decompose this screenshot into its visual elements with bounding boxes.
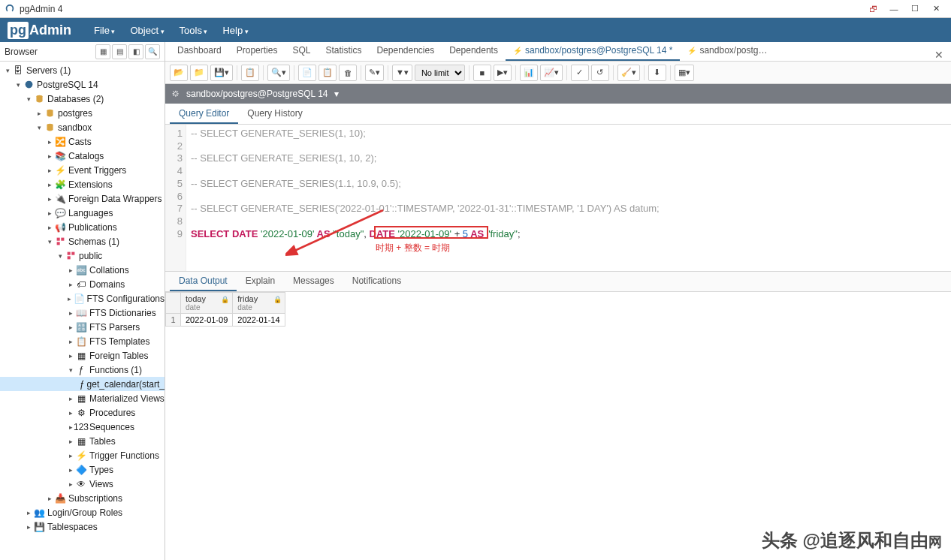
server-group-icon: 🗄 — [12, 65, 24, 76]
browser-title: Browser — [5, 47, 38, 57]
toolbar-clear[interactable]: 🧹▾ — [617, 65, 640, 81]
restore-icon[interactable]: 🗗 — [862, 2, 883, 17]
tree-fdw[interactable]: ▸🔌Foreign Data Wrappers — [0, 191, 165, 206]
browser-btn-2[interactable]: ▤ — [112, 44, 127, 59]
minimize-icon[interactable]: — — [883, 2, 904, 17]
tab-properties[interactable]: Properties — [229, 41, 285, 61]
tree-databases[interactable]: ▾Databases (2) — [0, 92, 165, 106]
toolbar-edit[interactable]: ✎▾ — [365, 65, 384, 81]
tree-tablespaces[interactable]: ▸💾Tablespaces — [0, 519, 165, 534]
tab-query-history[interactable]: Query History — [238, 104, 311, 124]
toolbar-save[interactable]: 💾▾ — [210, 65, 233, 81]
toolbar-filter[interactable]: ▼▾ — [392, 65, 412, 81]
tab-sql[interactable]: SQL — [285, 41, 318, 61]
tree-procedures[interactable]: ▸⚙Procedures — [0, 405, 165, 420]
chevron-down-icon[interactable]: ▾ — [334, 89, 339, 99]
toolbar-folder[interactable]: 📁 — [190, 65, 208, 81]
tree-publications[interactable]: ▸📢Publications — [0, 220, 165, 234]
tab-notifications[interactable]: Notifications — [343, 272, 410, 291]
tree-func-get-calendar[interactable]: ƒget_calendar(start_ — [0, 377, 165, 391]
tree-languages[interactable]: ▸💬Languages — [0, 206, 165, 220]
extension-icon: 🧩 — [54, 179, 66, 190]
tree-catalogs[interactable]: ▸📚Catalogs — [0, 149, 165, 163]
toolbar-download[interactable]: ⬇ — [648, 65, 666, 81]
query-toolbar: 📂 📁 💾▾ 📋 🔍▾ 📄 📋 🗑 ✎▾ ▼▾ No limit ■ ▶▾ 📊 … — [165, 62, 951, 84]
output-tabs: Data Output Explain Messages Notificatio… — [165, 271, 951, 292]
toolbar-explain[interactable]: 📊 — [520, 65, 538, 81]
col-friday[interactable]: fridaydate🔒 — [233, 293, 285, 314]
tree-sequences[interactable]: ▸123Sequences — [0, 420, 165, 434]
tab-messages[interactable]: Messages — [284, 272, 343, 291]
toolbar-explain-analyze[interactable]: 📈▾ — [540, 65, 563, 81]
tree-pg14[interactable]: ▾PostgreSQL 14 — [0, 77, 165, 92]
browser-btn-3[interactable]: ◧ — [128, 44, 143, 59]
toolbar-rollback[interactable]: ↺ — [591, 65, 609, 81]
tab-query-editor[interactable]: Query Editor — [170, 104, 238, 124]
grid-corner — [166, 293, 181, 314]
conn-status-icon: ⛭ — [171, 89, 180, 99]
tree-login-roles[interactable]: ▸👥Login/Group Roles — [0, 505, 165, 519]
toolbar-limit-select[interactable]: No limit — [415, 65, 465, 81]
toolbar-execute[interactable]: ▶▾ — [494, 65, 512, 81]
tab-querytool-active[interactable]: ⚡sandbox/postgres@PostgreSQL 14 * — [506, 41, 681, 61]
tree-collations[interactable]: ▸🔤Collations — [0, 263, 165, 277]
toolbar-commit[interactable]: ✓ — [571, 65, 589, 81]
browser-btn-1[interactable]: ▦ — [95, 44, 110, 59]
menu-file[interactable]: File — [86, 20, 122, 41]
tree-functions[interactable]: ▾ƒFunctions (1) — [0, 363, 165, 377]
tab-dashboard[interactable]: Dashboard — [170, 41, 229, 61]
tree-servers[interactable]: ▾🗄Servers (1) — [0, 63, 165, 77]
toolbar-copy[interactable]: 📄 — [298, 65, 316, 81]
table-row[interactable]: 1 2022-01-09 2022-01-14 — [166, 314, 285, 327]
tree-extensions[interactable]: ▸🧩Extensions — [0, 177, 165, 191]
tab-explain[interactable]: Explain — [237, 272, 284, 291]
tree-event-triggers[interactable]: ▸⚡Event Triggers — [0, 163, 165, 177]
toolbar-stop[interactable]: ■ — [473, 65, 491, 81]
tab-dependencies[interactable]: Dependencies — [369, 41, 442, 61]
code-area[interactable]: -- SELECT GENERATE_SERIES(1, 10); -- SEL… — [186, 125, 951, 271]
view-icon: 👁 — [75, 479, 87, 489]
tree-fts-conf[interactable]: ▸📄FTS Configurations — [0, 291, 165, 306]
browser-tree[interactable]: ▾🗄Servers (1) ▾PostgreSQL 14 ▾Databases … — [0, 62, 165, 560]
tree-foreign-tables[interactable]: ▸▦Foreign Tables — [0, 348, 165, 363]
tree-public[interactable]: ▾public — [0, 248, 165, 263]
connection-bar: ⛭ sandbox/postgres@PostgreSQL 14 ▾ — [165, 84, 951, 104]
sql-editor[interactable]: 123456789 -- SELECT GENERATE_SERIES(1, 1… — [165, 125, 951, 271]
tree-views[interactable]: ▸👁Views — [0, 477, 165, 491]
toolbar-open-file[interactable]: 📂 — [170, 65, 188, 81]
browser-search-icon[interactable]: 🔍 — [145, 44, 160, 59]
menu-tools[interactable]: Tools — [172, 20, 216, 41]
toolbar-find[interactable]: 🔍▾ — [267, 65, 290, 81]
toolbar-copy-sql[interactable]: 📋 — [241, 65, 259, 81]
tree-domains[interactable]: ▸🏷Domains — [0, 277, 165, 291]
cell-today[interactable]: 2022-01-09 — [181, 314, 233, 327]
tree-fts-templates[interactable]: ▸📋FTS Templates — [0, 334, 165, 348]
tree-fts-dict[interactable]: ▸📖FTS Dictionaries — [0, 306, 165, 320]
tab-statistics[interactable]: Statistics — [318, 41, 369, 61]
svg-point-0 — [25, 81, 32, 89]
tree-db-postgres[interactable]: ▸postgres — [0, 106, 165, 120]
tab-close-icon[interactable]: ✕ — [927, 49, 951, 61]
connection-label[interactable]: sandbox/postgres@PostgreSQL 14 — [186, 89, 328, 99]
tree-fts-parsers[interactable]: ▸🔠FTS Parsers — [0, 320, 165, 334]
tree-schemas[interactable]: ▾Schemas (1) — [0, 234, 165, 248]
menu-help[interactable]: Help — [215, 20, 255, 41]
tab-dependents[interactable]: Dependents — [442, 41, 506, 61]
tree-trigger-functions[interactable]: ▸⚡Trigger Functions — [0, 448, 165, 462]
cell-friday[interactable]: 2022-01-14 — [233, 314, 285, 327]
toolbar-macros[interactable]: ▦▾ — [675, 65, 694, 81]
result-grid[interactable]: todaydate🔒 fridaydate🔒 1 2022-01-09 2022… — [165, 292, 951, 327]
tree-casts[interactable]: ▸🔀Casts — [0, 134, 165, 149]
close-icon[interactable]: ✕ — [925, 2, 946, 17]
menu-object[interactable]: Object — [122, 20, 171, 41]
tree-types[interactable]: ▸🔷Types — [0, 462, 165, 477]
tree-mat-views[interactable]: ▸▦Materialized Views — [0, 391, 165, 405]
maximize-icon[interactable]: ☐ — [904, 2, 925, 17]
tree-tables[interactable]: ▸▦Tables — [0, 434, 165, 448]
tree-db-sandbox[interactable]: ▾sandbox — [0, 120, 165, 134]
tab-querytool-2[interactable]: ⚡sandbox/postg… — [680, 41, 774, 61]
col-today[interactable]: todaydate🔒 — [181, 293, 233, 314]
toolbar-delete[interactable]: 🗑 — [339, 65, 357, 81]
toolbar-paste[interactable]: 📋 — [319, 65, 337, 81]
tree-subscriptions[interactable]: ▸📥Subscriptions — [0, 491, 165, 505]
